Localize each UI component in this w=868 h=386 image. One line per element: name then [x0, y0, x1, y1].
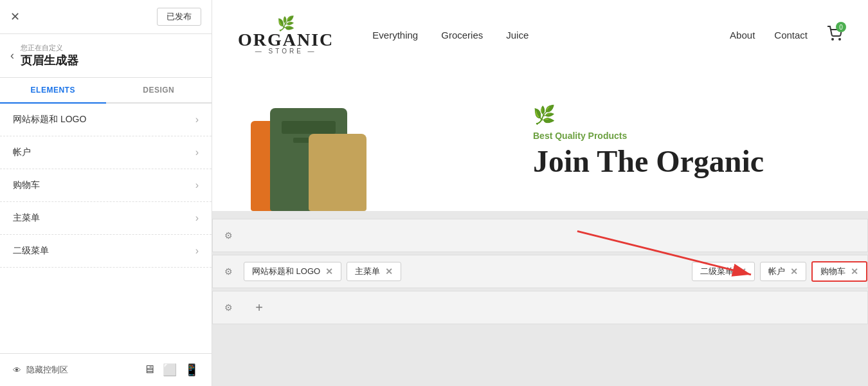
back-arrow[interactable]: ‹: [10, 49, 14, 62]
nav-juice[interactable]: Juice: [506, 30, 529, 41]
hero-content: 🌿 Best Quality Products Join The Organic: [507, 69, 868, 211]
chip-submenu-label: 二级菜单: [700, 266, 734, 277]
panel-item-cart[interactable]: 购物车 ›: [0, 169, 212, 202]
chip-cart: 购物车 ✕: [811, 261, 867, 282]
nav-right: About Contact 0: [730, 26, 842, 44]
chip-logo-close[interactable]: ✕: [325, 266, 333, 277]
builder-row-2-gear[interactable]: ⚙: [213, 266, 244, 277]
chip-account-label: 帐户: [768, 266, 785, 277]
builder-area: ⚙ ⚙ 网站标题和 LOGO ✕ 主菜单 ✕ 二级菜: [212, 211, 868, 386]
panel-item-mainmenu[interactable]: 主菜单 ›: [0, 202, 212, 235]
panel-title: 页眉生成器: [21, 53, 78, 68]
nav-everything[interactable]: Everything: [372, 30, 418, 41]
builder-row-1: ⚙: [212, 219, 868, 252]
panel-item-account[interactable]: 帐户 ›: [0, 136, 212, 169]
hero-products: [212, 69, 507, 211]
panel-item-logo-label: 网站标题和 LOGO: [13, 114, 86, 125]
chip-account: 帐户 ✕: [760, 262, 806, 281]
logo-sub: — STORE —: [255, 48, 317, 55]
tab-elements[interactable]: ELEMENTS: [0, 78, 106, 104]
svg-point-0: [832, 39, 833, 40]
panel-tabs: ELEMENTS DESIGN: [0, 78, 212, 104]
hide-controls[interactable]: 👁 隐藏控制区: [13, 364, 68, 376]
svg-point-1: [839, 39, 840, 40]
builder-row-1-gear[interactable]: ⚙: [213, 230, 244, 241]
builder-row-3-gear[interactable]: ⚙: [213, 302, 244, 313]
chip-submenu-close[interactable]: ✕: [739, 266, 746, 277]
hero-subtitle: Best Quality Products: [533, 131, 842, 141]
close-button[interactable]: ✕: [10, 10, 20, 24]
panel-item-logo[interactable]: 网站标题和 LOGO ›: [0, 104, 212, 136]
panel-item-mainmenu-arrow: ›: [195, 212, 199, 224]
published-button[interactable]: 已发布: [157, 8, 201, 26]
panel-title-area: ‹ 您正在自定义 页眉生成器: [0, 34, 212, 78]
chip-logo-label: 网站标题和 LOGO: [252, 266, 320, 277]
cart-badge: 0: [836, 22, 846, 32]
right-panel: 🌿 ORGANIC — STORE — Everything Groceries…: [212, 0, 868, 386]
chip-cart-close[interactable]: ✕: [851, 266, 858, 277]
panel-item-logo-arrow: ›: [195, 114, 199, 125]
panel-item-account-arrow: ›: [195, 147, 199, 158]
hero-title: Join The Organic: [533, 146, 842, 177]
builder-rows-container: ⚙ ⚙ 网站标题和 LOGO ✕ 主菜单 ✕ 二级菜: [212, 219, 868, 324]
panel-item-submenu[interactable]: 二级菜单 ›: [0, 235, 212, 268]
nav-groceries[interactable]: Groceries: [441, 30, 483, 41]
panel-item-mainmenu-label: 主菜单: [13, 212, 40, 224]
nav-about[interactable]: About: [730, 30, 755, 41]
site-header-preview: 🌿 ORGANIC — STORE — Everything Groceries…: [212, 0, 868, 69]
panel-item-account-label: 帐户: [13, 147, 31, 158]
panel-title-block: 您正在自定义 页眉生成器: [21, 43, 78, 68]
add-item-button[interactable]: +: [244, 300, 275, 315]
panel-item-submenu-arrow: ›: [195, 245, 199, 257]
product-bag-tan: [309, 134, 366, 211]
hero-section-preview: 🌿 Best Quality Products Join The Organic: [212, 69, 868, 211]
panel-subtitle: 您正在自定义: [21, 43, 78, 53]
hero-leaf-icon: 🌿: [533, 104, 842, 125]
panel-items-list: 网站标题和 LOGO › 帐户 › 购物车 › 主菜单 › 二级菜单 ›: [0, 104, 212, 353]
nav-contact[interactable]: Contact: [774, 30, 808, 41]
builder-row-2: ⚙ 网站标题和 LOGO ✕ 主菜单 ✕ 二级菜单 ✕: [212, 255, 868, 288]
logo-area: 🌿 ORGANIC — STORE —: [238, 15, 334, 55]
desktop-view-icon[interactable]: 🖥: [143, 363, 155, 377]
chip-mainmenu-label: 主菜单: [355, 266, 380, 277]
panel-item-cart-arrow: ›: [195, 179, 199, 191]
eye-icon: 👁: [13, 365, 21, 375]
left-panel: ✕ 已发布 ‹ 您正在自定义 页眉生成器 ELEMENTS DESIGN 网站标…: [0, 0, 212, 386]
cart-icon-wrap[interactable]: 0: [827, 26, 842, 44]
builder-row-3: ⚙ +: [212, 291, 868, 324]
tablet-view-icon[interactable]: ⬜: [163, 363, 177, 377]
panel-header: ✕ 已发布: [0, 0, 212, 34]
mobile-view-icon[interactable]: 📱: [185, 363, 199, 377]
chip-logo: 网站标题和 LOGO ✕: [244, 262, 341, 281]
panel-item-submenu-label: 二级菜单: [13, 245, 49, 257]
nav-links: Everything Groceries Juice: [372, 30, 730, 41]
view-icons: 🖥 ⬜ 📱: [143, 363, 199, 377]
builder-row-3-content: +: [244, 295, 867, 320]
panel-item-cart-label: 购物车: [13, 179, 40, 191]
hide-controls-label: 隐藏控制区: [26, 364, 68, 376]
tab-design[interactable]: DESIGN: [106, 78, 212, 102]
chip-mainmenu-close[interactable]: ✕: [385, 266, 393, 277]
chip-cart-label: 购物车: [820, 266, 845, 277]
panel-footer: 👁 隐藏控制区 🖥 ⬜ 📱: [0, 353, 212, 386]
chip-mainmenu: 主菜单 ✕: [347, 262, 401, 281]
builder-row-1-content: [244, 230, 867, 241]
chip-submenu: 二级菜单 ✕: [692, 262, 755, 281]
chip-account-close[interactable]: ✕: [790, 266, 798, 277]
builder-row-2-content: 网站标题和 LOGO ✕ 主菜单 ✕ 二级菜单 ✕ 帐户 ✕: [244, 256, 867, 287]
